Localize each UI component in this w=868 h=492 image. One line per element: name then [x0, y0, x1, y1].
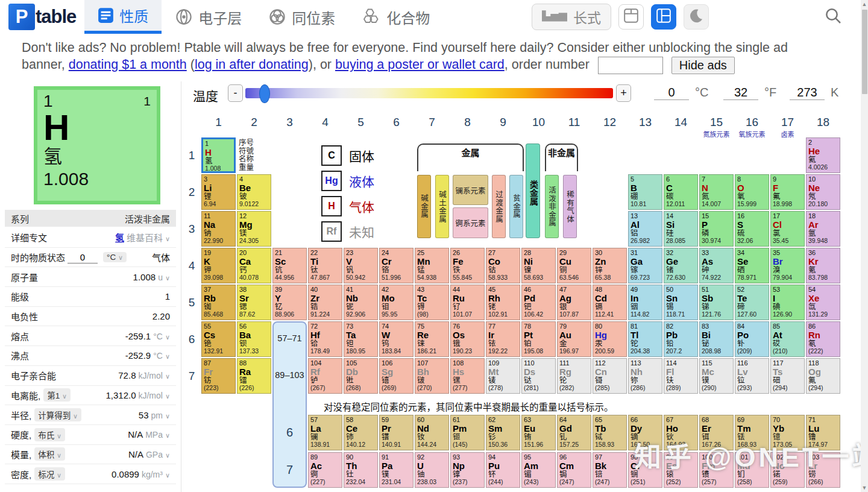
- scrollbar-down-arrow[interactable]: ▼: [861, 484, 868, 492]
- element-cell-Sr[interactable]: 38Sr锶87.62: [237, 285, 271, 320]
- element-cell-Pr[interactable]: 59Pr镨140.91: [379, 415, 414, 450]
- element-cell-Sb[interactable]: 51Sb锑121.76: [699, 285, 734, 320]
- element-cell-Cl[interactable]: 17Cl氯35.45: [770, 211, 805, 247]
- element-cell-Ta[interactable]: 73Ta钽180.95: [344, 321, 378, 357]
- element-cell-Cu[interactable]: 29Cu铜63.546: [557, 248, 591, 283]
- element-cell-Cn[interactable]: 112Cn鿔(285): [593, 358, 627, 394]
- element-cell-He[interactable]: 2He氦4.0026: [806, 137, 840, 173]
- temperature-plus-button[interactable]: +: [616, 84, 631, 102]
- hide-ads-button[interactable]: Hide ads: [671, 57, 735, 74]
- layout-horizontal-button[interactable]: [618, 4, 644, 30]
- category-chip-alkali[interactable]: 碱金属: [417, 175, 431, 238]
- element-cell-Mo[interactable]: 42Mo钼95.95: [379, 285, 414, 320]
- element-cell-Ge[interactable]: 32Ge锗72.630: [664, 248, 698, 283]
- element-cell-Tl[interactable]: 81Tl铊204.38: [628, 321, 662, 357]
- category-chip-reactive[interactable]: 活泼非金属: [545, 175, 559, 238]
- element-cell-Mn[interactable]: 25Mn锰54.938: [415, 248, 449, 283]
- element-cell-Re[interactable]: 75Re铼186.21: [415, 321, 449, 357]
- chevron-down-icon[interactable]: ∨: [165, 373, 170, 380]
- element-cell-Li[interactable]: 3Li锂6.94: [201, 174, 236, 210]
- temperature-minus-button[interactable]: -: [228, 84, 243, 102]
- element-cell-Tb[interactable]: 65Tb铽158.93: [593, 415, 627, 450]
- temperature-slider-track[interactable]: [245, 88, 613, 98]
- property-select[interactable]: 体积 ∨: [34, 447, 65, 461]
- element-cell-Nd[interactable]: 60Nd钕144.24: [415, 415, 449, 450]
- element-cell-Ho[interactable]: 67Ho钬164.93: [664, 415, 698, 450]
- element-cell-Nh[interactable]: 113Nh鿭(286): [628, 358, 662, 394]
- element-cell-Am[interactable]: 95Am镅(243): [521, 452, 556, 488]
- dark-mode-button[interactable]: [684, 4, 709, 30]
- element-cell-Ba[interactable]: 56Ba钡137.33: [237, 321, 271, 357]
- element-cell-Ni[interactable]: 28Ni镍58.693: [521, 248, 556, 283]
- element-cell-Ag[interactable]: 47Ag银107.87: [557, 285, 591, 320]
- element-cell-Cd[interactable]: 48Cd镉112.41: [593, 285, 627, 320]
- element-cell-Bh[interactable]: 107Bh𬭛(270): [415, 358, 449, 394]
- category-chip-actinide[interactable]: 锕系元素: [453, 207, 488, 238]
- element-cell-Tm[interactable]: 69Tm铥168.93: [735, 415, 769, 450]
- element-cell-K[interactable]: 19K钾39.098: [201, 248, 236, 283]
- element-cell-Mc[interactable]: 115Mc镆(290): [699, 358, 734, 394]
- element-cell-Bi[interactable]: 83Bi铋208.98: [699, 321, 734, 357]
- element-cell-V[interactable]: 23V钒50.942: [344, 248, 378, 283]
- element-cell-Fl[interactable]: 114Fl𫓧(289): [664, 358, 698, 394]
- ad-link[interactable]: buying a poster or wallet card: [335, 57, 505, 72]
- element-cell-Lr[interactable]: 103Lr铹(266): [806, 452, 840, 488]
- tab-2[interactable]: 电子层: [162, 0, 255, 34]
- element-cell-Nb[interactable]: 41Nb铌92.906: [344, 285, 378, 320]
- property-select[interactable]: 计算得到 ∨: [34, 408, 81, 421]
- category-chip-lanthanide[interactable]: 镧系元素: [453, 175, 488, 205]
- chevron-down-icon[interactable]: ∨: [165, 393, 170, 400]
- chevron-down-icon[interactable]: ∨: [165, 235, 170, 243]
- property-input[interactable]: [68, 251, 98, 263]
- element-cell-Y[interactable]: 39Y钇88.906: [272, 285, 307, 320]
- element-cell-Na[interactable]: 11Na钠22.990: [201, 211, 236, 247]
- ad-link[interactable]: log in after donating: [195, 57, 309, 72]
- element-cell-Hf[interactable]: 72Hf铪178.49: [308, 321, 342, 357]
- property-select[interactable]: 布氏 ∨: [34, 428, 65, 441]
- element-cell-Xe[interactable]: 54Xe氙131.29: [806, 285, 840, 320]
- element-cell-F[interactable]: 9F氟18.998: [770, 174, 805, 210]
- temperature-value[interactable]: 0: [654, 86, 689, 100]
- element-cell-Cf[interactable]: 98Cf锎(251): [628, 452, 662, 488]
- metalloid-strip[interactable]: 类金属: [526, 144, 540, 238]
- chevron-down-icon[interactable]: ∨: [165, 452, 170, 459]
- element-cell-Po[interactable]: 84Po钋(209): [735, 321, 769, 357]
- element-cell-I[interactable]: 53I碘126.90: [770, 285, 805, 320]
- element-cell-Eu[interactable]: 63Eu铕151.96: [521, 415, 556, 450]
- element-cell-Si[interactable]: 14Si硅28.085: [664, 211, 698, 247]
- temperature-slider-thumb[interactable]: [259, 84, 270, 103]
- chevron-down-icon[interactable]: ∨: [165, 333, 170, 341]
- element-cell-Dy[interactable]: 66Dy镝162.50: [628, 415, 662, 450]
- f-block-placeholder[interactable]: 57–7189–10367: [272, 321, 307, 488]
- element-cell-Pm[interactable]: 61Pm钷(145): [450, 415, 485, 450]
- element-cell-N[interactable]: 7N氮14.007: [699, 174, 734, 210]
- element-cell-U[interactable]: 92U铀238.03: [415, 452, 449, 488]
- element-cell-Pd[interactable]: 46Pd钯106.42: [521, 285, 556, 320]
- order-number-input[interactable]: [598, 57, 663, 74]
- element-cell-Db[interactable]: 105Db𬭊(268): [344, 358, 378, 394]
- category-chip-poor[interactable]: 贫金属: [509, 175, 523, 238]
- element-cell-Rh[interactable]: 45Rh铑102.91: [486, 285, 520, 320]
- chevron-down-icon[interactable]: ∨: [165, 274, 170, 282]
- element-cell-Ti[interactable]: 22Ti钛47.867: [308, 248, 342, 283]
- chevron-down-icon[interactable]: ∨: [165, 353, 170, 361]
- element-cell-Ac[interactable]: 89Ac锕(227): [308, 452, 342, 488]
- element-cell-Al[interactable]: 13Al铝26.982: [628, 211, 662, 247]
- element-cell-Kr[interactable]: 36Kr氪83.798: [806, 248, 840, 283]
- element-cell-Hg[interactable]: 80Hg汞200.59: [593, 321, 627, 357]
- property-select[interactable]: 第1 ∨: [43, 388, 71, 402]
- element-cell-Ts[interactable]: 117Ts鿬(294): [770, 358, 805, 394]
- element-cell-C[interactable]: 6C碳12.011: [664, 174, 698, 210]
- element-cell-Md[interactable]: 101Md钔(258): [735, 452, 769, 488]
- element-cell-B[interactable]: 5B硼10.81: [628, 174, 662, 210]
- chevron-down-icon[interactable]: ∨: [165, 412, 170, 420]
- element-cell-Th[interactable]: 90Th钍232.04: [344, 452, 378, 488]
- element-cell-Lu[interactable]: 71Lu镥174.97: [806, 415, 840, 450]
- element-cell-La[interactable]: 57La镧138.91: [308, 415, 342, 450]
- element-cell-Pb[interactable]: 82Pb铅207.2: [664, 321, 698, 357]
- element-cell-Mg[interactable]: 12Mg镁24.305: [237, 211, 271, 247]
- element-cell-Rf[interactable]: 104Rf𬬻(267): [308, 358, 342, 394]
- element-cell-Lv[interactable]: 116Lv𫟷(293): [735, 358, 769, 394]
- element-cell-In[interactable]: 49In铟114.82: [628, 285, 662, 320]
- element-cell-Br[interactable]: 35Br溴79.904: [770, 248, 805, 283]
